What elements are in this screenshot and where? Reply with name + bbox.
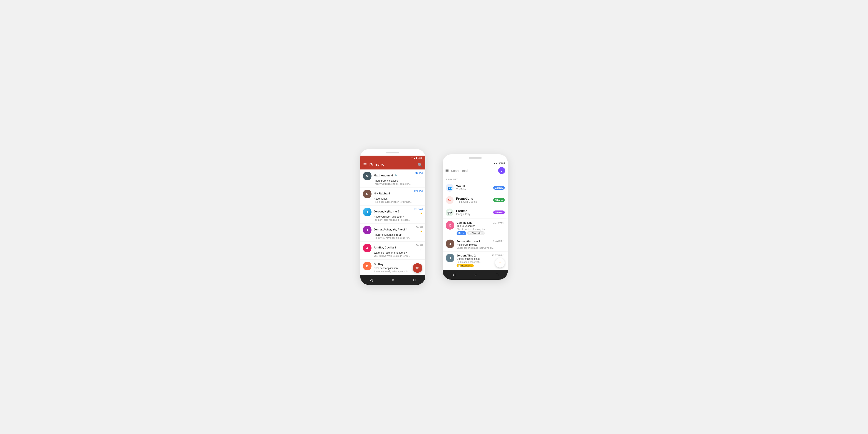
chip-trip: 📄 Trip bbox=[457, 231, 466, 235]
category-badge: 25 new bbox=[493, 211, 505, 214]
email2-sender: Cecilia, Nik bbox=[457, 221, 492, 224]
chip-yosemite: 📄 Yosemite... bbox=[467, 231, 485, 235]
hamburger-menu[interactable]: ☰ bbox=[363, 162, 367, 167]
scroll-indicator bbox=[507, 198, 507, 267]
email-preview: I couldn't stop reading it—so goo... bbox=[374, 219, 423, 221]
star-button-2[interactable]: ☆ bbox=[502, 254, 505, 257]
star-button[interactable]: ☆ bbox=[420, 176, 423, 179]
home-button-2[interactable]: ○ bbox=[474, 273, 477, 277]
email-item-2[interactable]: J Jenna, Alan, me 3 1:40 PM ☆ Hello from… bbox=[443, 238, 508, 251]
category-name: Forums bbox=[456, 209, 491, 213]
status-icons-2: ▾ ▲ ▮ 5:00 bbox=[494, 162, 505, 164]
phone2-speaker bbox=[469, 157, 482, 159]
email-right: Apr 28 ☆ bbox=[415, 244, 423, 251]
email2-header: Jeroen, Tino 2 12:57 PM ☆ bbox=[457, 254, 505, 257]
email-header: Matthew, me 4 📎 2:13 PM ☆ bbox=[374, 172, 423, 179]
email-item[interactable]: N Nik Rabbani 1:40 PM ☆ Reservation Hi, … bbox=[360, 187, 425, 206]
email-item[interactable]: J Jeroen, Kylie, me 5 8:57 AM ★ Have you… bbox=[360, 206, 425, 223]
search-input[interactable]: Search mail bbox=[451, 167, 496, 174]
star-button[interactable]: ★ bbox=[420, 229, 423, 233]
email-preview: I know you have been looking for... bbox=[374, 237, 423, 239]
email-sender: Jeroen, Kylie, me 5 bbox=[374, 210, 413, 213]
home-button[interactable]: ○ bbox=[392, 278, 394, 282]
star-button[interactable]: ★ bbox=[420, 212, 423, 215]
email-item[interactable]: M Matthew, me 4 📎 2:13 PM ☆ Photography … bbox=[360, 169, 425, 187]
email-header: Annika, Cecilia 3 Apr 28 ☆ bbox=[374, 244, 423, 251]
compose-button-2[interactable]: + bbox=[495, 258, 505, 268]
email2-content: Cecilia, Nik 2:13 PM ☆ Trip to Yosemite … bbox=[457, 221, 505, 235]
status-icons: ▾ ▲ ▮ 5:00 bbox=[411, 157, 422, 159]
phone1-speaker bbox=[386, 152, 399, 153]
email2-header: Jenna, Alan, me 3 1:40 PM ☆ bbox=[457, 240, 505, 243]
section-label: PRIMARY bbox=[443, 176, 508, 182]
wifi-icon: ▾ bbox=[411, 157, 412, 159]
avatar: J bbox=[363, 208, 372, 216]
email-item[interactable]: A Annika, Cecilia 3 Apr 28 ☆ Waterloo re… bbox=[360, 242, 425, 259]
category-item[interactable]: 👥 Social YouTube 12 new bbox=[443, 182, 508, 194]
email-item-2[interactable]: C Cecilia, Nik 2:13 PM ☆ Trip to Yosemit… bbox=[443, 219, 508, 238]
email2-time: 2:13 PM bbox=[493, 221, 502, 224]
star-button[interactable]: ☆ bbox=[420, 193, 423, 197]
email-subject: Photography classes bbox=[374, 179, 423, 182]
email-sender: Nik Rabbani bbox=[374, 192, 413, 195]
scroll-thumb bbox=[507, 202, 507, 219]
avatar-2: C bbox=[446, 221, 455, 229]
email-time: Apr 28 bbox=[416, 226, 423, 228]
time-display-2: 5:00 bbox=[500, 162, 505, 164]
category-item[interactable]: 🏷 Promotions Think with Google 18 new bbox=[443, 194, 508, 206]
category-name: Promotions bbox=[456, 197, 491, 200]
category-icon: 🏷 bbox=[446, 196, 454, 204]
star-button-2[interactable]: ☆ bbox=[502, 221, 505, 224]
email2-header: Cecilia, Nik 2:13 PM ☆ bbox=[457, 221, 505, 224]
category-icon: 👥 bbox=[446, 184, 454, 192]
email-subject: Apartment hunting in SF bbox=[374, 233, 423, 236]
category-badge: 12 new bbox=[493, 186, 505, 190]
recents-button-2[interactable]: □ bbox=[496, 273, 498, 277]
email2-subject: Hello from Mexico! bbox=[457, 243, 505, 246]
email-item[interactable]: J Jenna, Asher, Yo, Pavel 4 Apr 28 ★ Apa… bbox=[360, 223, 425, 242]
category-text: Promotions Think with Google bbox=[456, 197, 491, 203]
email-preview: Yes, totally! While you're in town... bbox=[374, 254, 423, 257]
navigation-bar: ◁ ○ □ bbox=[360, 275, 425, 285]
recents-button[interactable]: □ bbox=[413, 278, 416, 282]
email-right: 2:13 PM ☆ bbox=[413, 172, 423, 179]
email-time: 2:13 PM bbox=[414, 172, 423, 174]
avatar: N bbox=[363, 190, 372, 198]
attachment-icon: 📎 bbox=[395, 174, 398, 177]
category-text: Forums Google Play bbox=[456, 209, 491, 216]
email-content: Matthew, me 4 📎 2:13 PM ☆ Photography cl… bbox=[374, 172, 423, 185]
category-sub: YouTube bbox=[456, 188, 491, 191]
category-name: Social bbox=[456, 184, 491, 188]
app-header: ☰ Primary 🔍 bbox=[360, 160, 425, 169]
email-subject: Have you seen this book? bbox=[374, 215, 423, 218]
hamburger-menu-2[interactable]: ☰ bbox=[445, 168, 449, 173]
compose-button[interactable]: ✏ bbox=[413, 263, 422, 273]
star-button-2[interactable]: ☆ bbox=[502, 240, 505, 243]
star-button[interactable]: ☆ bbox=[420, 248, 423, 251]
email-time: Apr 28 bbox=[416, 244, 423, 246]
category-icon: 💬 bbox=[446, 209, 454, 216]
category-sub: Think with Google bbox=[456, 200, 491, 203]
email-sender: Annika, Cecilia 3 bbox=[374, 246, 415, 249]
user-avatar[interactable]: J bbox=[498, 167, 505, 174]
back-button[interactable]: ◁ bbox=[370, 278, 373, 282]
email-sender: Bo Ray bbox=[374, 262, 420, 266]
phone2-screen: ▾ ▲ ▮ 5:00 ☰ Search mail J PRIMARY 👥 Soc… bbox=[443, 161, 508, 280]
email-sender: Matthew, me 4 📎 bbox=[374, 174, 413, 177]
search-header: ☰ Search mail J bbox=[443, 165, 508, 176]
email-content: Nik Rabbani 1:40 PM ☆ Reservation Hi, I … bbox=[374, 190, 423, 203]
back-button-2[interactable]: ◁ bbox=[452, 272, 455, 277]
email-right: 8:57 AM ★ bbox=[413, 208, 423, 215]
category-text: Social YouTube bbox=[456, 184, 491, 191]
chip-reservation: 📄 Reservati... bbox=[457, 264, 474, 267]
search-button[interactable]: 🔍 bbox=[417, 162, 422, 167]
plus-icon: + bbox=[499, 260, 501, 266]
email-right: Apr 28 ★ bbox=[415, 226, 423, 233]
time-display: 5:00 bbox=[418, 157, 422, 159]
category-list: 👥 Social YouTube 12 new 🏷 Promotions Thi… bbox=[443, 182, 508, 219]
battery-icon: ▮ bbox=[416, 157, 417, 159]
email-content: Jenna, Asher, Yo, Pavel 4 Apr 28 ★ Apart… bbox=[374, 226, 423, 239]
signal-icon-2: ▲ bbox=[496, 162, 498, 164]
category-item[interactable]: 💬 Forums Google Play 25 new bbox=[443, 206, 508, 219]
email2-content: Jenna, Alan, me 3 1:40 PM ☆ Hello from M… bbox=[457, 240, 505, 249]
